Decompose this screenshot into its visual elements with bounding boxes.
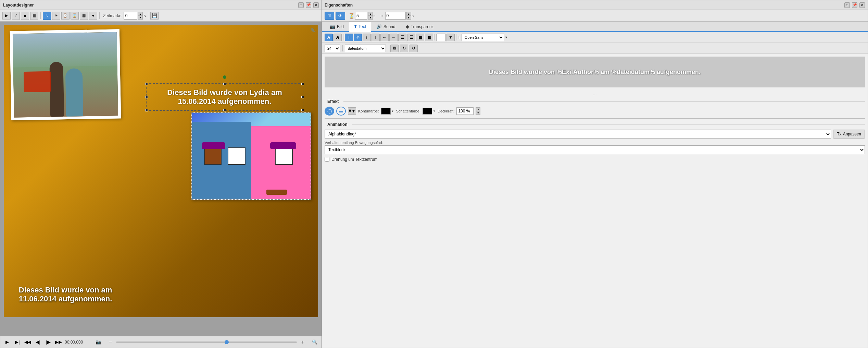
table-btn[interactable]: ▦ xyxy=(416,34,424,41)
animation-select[interactable]: Alphablending* Fade Slide xyxy=(325,130,831,139)
schattenfarbe-picker[interactable]: ▼ xyxy=(423,108,436,115)
text-color-swatch[interactable] xyxy=(436,34,446,41)
photo-frame-2[interactable] xyxy=(191,112,311,200)
timeline-slider[interactable] xyxy=(116,341,297,343)
curve-tool-btn[interactable]: ∿ xyxy=(43,12,51,20)
image-tool-btn[interactable]: ☀ xyxy=(52,12,60,20)
shadow-btn[interactable]: ▬ xyxy=(336,107,346,116)
save-button[interactable]: 💾 xyxy=(150,12,159,20)
copy-btn[interactable]: ⎘ xyxy=(390,45,399,52)
handle-bc[interactable] xyxy=(223,109,226,111)
duration-input[interactable] xyxy=(355,12,367,20)
step-forward-button[interactable]: |▶ xyxy=(44,338,52,346)
width-down[interactable]: ▼ xyxy=(406,16,411,20)
grid-btn[interactable]: ■ xyxy=(21,12,29,20)
deckkraft-input[interactable] xyxy=(456,107,474,115)
align-left-btn[interactable]: ⁝ xyxy=(345,34,353,41)
rewind-button[interactable]: ◀◀ xyxy=(24,338,32,346)
anim-divider xyxy=(325,118,865,119)
arrange-dropdown-btn[interactable]: ▼ xyxy=(89,12,97,20)
photo-frame-1[interactable] xyxy=(10,29,121,120)
select-tool-btn[interactable]: ▶ xyxy=(2,12,11,20)
effect-text-btn[interactable]: A▼ xyxy=(348,107,356,115)
font-size-select[interactable]: 24 12 18 36 xyxy=(325,45,340,52)
fast-forward-button[interactable]: ▶▶ xyxy=(54,338,63,346)
color-dropdown-btn[interactable]: ▼ xyxy=(446,34,455,41)
list-btn[interactable]: ☰ xyxy=(398,34,406,41)
duration-up[interactable]: ▲ xyxy=(368,12,373,16)
width-up[interactable]: ▲ xyxy=(406,12,411,16)
zoom-fit-btn[interactable]: ↺ xyxy=(410,45,418,52)
duration-down[interactable]: ▼ xyxy=(368,16,373,20)
deckkraft-spinner[interactable]: ▲ ▼ xyxy=(476,107,480,115)
timeline-thumb[interactable] xyxy=(225,340,229,344)
align-right-btn[interactable]: ⁞ xyxy=(363,34,371,41)
align-center-btn[interactable]: ⁜ xyxy=(354,34,362,41)
eye-closed-btn[interactable]: 👁̸ xyxy=(325,12,334,20)
eigenschaften-title: Eigenschaften xyxy=(325,3,353,8)
variable-select[interactable]: dateidatum ExifAuthor xyxy=(345,45,386,52)
verhalten-select[interactable]: Textblock xyxy=(325,145,865,154)
zeitmarke-spinner[interactable]: ▲ ▼ xyxy=(138,12,143,20)
handle-bl[interactable] xyxy=(145,109,148,111)
konturfarbe-picker[interactable]: ▼ xyxy=(381,108,394,115)
outline-btn[interactable]: ◯ xyxy=(325,107,334,116)
tab-transparenz[interactable]: ◆ Transparenz xyxy=(401,22,439,31)
pin-button[interactable]: 📌 xyxy=(306,2,311,8)
handle-br[interactable] xyxy=(301,109,304,111)
handle-tl[interactable] xyxy=(145,83,148,85)
arrange-btn[interactable]: ▩ xyxy=(80,12,88,20)
tab-bild[interactable]: 📷 Bild xyxy=(325,22,349,31)
props-minimize-btn[interactable]: □ xyxy=(844,2,850,8)
width-input[interactable] xyxy=(385,12,406,20)
photo-inner-2 xyxy=(192,113,311,199)
width-spinner[interactable]: ▲ ▼ xyxy=(406,12,411,20)
indent-right-btn[interactable]: → xyxy=(389,34,398,41)
handle-tr[interactable] xyxy=(301,83,304,85)
minimize-button[interactable]: □ xyxy=(298,2,304,8)
width-unit: s xyxy=(412,14,414,18)
camera-button[interactable]: 📷 xyxy=(94,338,102,346)
tab-sound[interactable]: 🔊 Sound xyxy=(371,22,401,31)
handle-tc[interactable] xyxy=(223,83,226,85)
deckkraft-down[interactable]: ▼ xyxy=(476,111,480,115)
konturfarbe-arrow[interactable]: ▼ xyxy=(391,110,394,113)
list2-btn[interactable]: ☰ xyxy=(407,34,415,41)
anpassen-button[interactable]: Tx Anpassen xyxy=(833,130,865,139)
zoom-out-btn[interactable]: − xyxy=(107,339,114,346)
close-button[interactable]: ✕ xyxy=(313,2,319,8)
check-btn[interactable]: ✓ xyxy=(12,12,20,20)
justify-btn[interactable]: ⁝ xyxy=(372,34,380,41)
step-back-button[interactable]: ◀| xyxy=(34,338,42,346)
play-arrow-button[interactable]: ▶| xyxy=(13,338,22,346)
indent-left-btn[interactable]: ← xyxy=(380,34,389,41)
timeline-slider-container: − + xyxy=(107,339,306,346)
font-t-icon: T xyxy=(458,35,460,39)
text-block-selected[interactable]: Dieses Bild wurde von Lydia am 15.06.201… xyxy=(146,83,303,111)
handle-ml[interactable] xyxy=(145,96,148,98)
search-button[interactable]: 🔍 xyxy=(311,338,319,346)
duration-spinner[interactable]: ▲ ▼ xyxy=(368,12,373,20)
font-select[interactable]: Open Sans Arial Times New Roman xyxy=(462,34,504,41)
props-close-btn[interactable]: ✕ xyxy=(859,2,865,8)
tab-text[interactable]: T Text xyxy=(349,22,371,32)
schattenfarbe-arrow[interactable]: ▼ xyxy=(433,110,436,113)
zoom-in-btn[interactable]: + xyxy=(299,339,306,346)
deckkraft-up[interactable]: ▲ xyxy=(476,107,480,111)
play-button[interactable]: ▶ xyxy=(3,338,11,346)
edit-icon-topleft[interactable]: ✎ xyxy=(310,27,315,34)
props-pin-btn[interactable]: 📌 xyxy=(852,2,857,8)
bold-btn[interactable]: A xyxy=(325,34,333,41)
eye-open-btn[interactable]: 👁 xyxy=(336,12,345,20)
layout-btn[interactable]: ▦ xyxy=(30,12,38,20)
italic-btn[interactable]: A xyxy=(334,34,342,41)
drehung-checkbox[interactable] xyxy=(325,157,329,162)
handle-mr[interactable] xyxy=(301,96,304,98)
align-left-btn[interactable]: ⌚ xyxy=(61,12,70,20)
konturfarbe-box xyxy=(381,108,391,115)
zoom-actual-btn[interactable]: ↻ xyxy=(400,45,408,52)
table2-btn[interactable]: ▦ xyxy=(425,34,433,41)
rotate-handle[interactable] xyxy=(223,75,226,79)
zeitmarke-input[interactable] xyxy=(124,12,137,20)
align-right-btn[interactable]: ⌛ xyxy=(71,12,79,20)
